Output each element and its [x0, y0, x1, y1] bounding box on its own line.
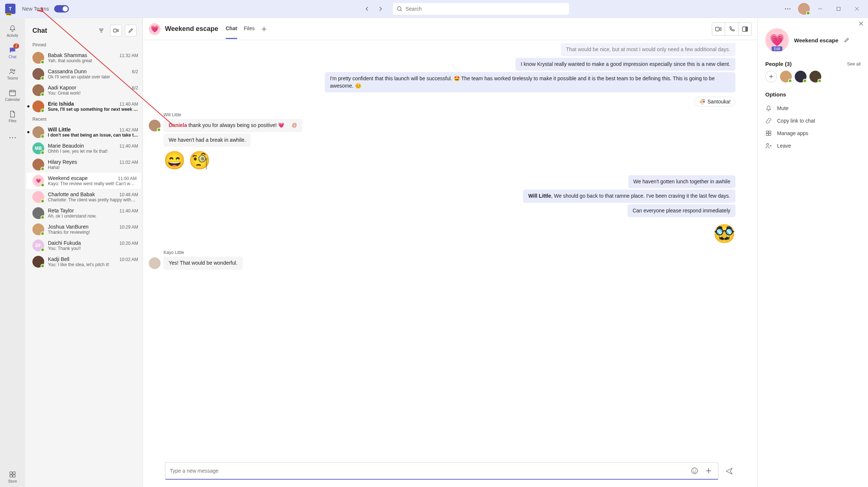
message-list[interactable]: That would be nice, but at most I would … [143, 40, 758, 458]
chat-list-title: Chat [32, 27, 92, 35]
chat-item-time: 10:48 AM [119, 192, 138, 197]
chat-item-preview: Ohhh I see, yes let me fix that! [48, 149, 138, 154]
participant-avatar[interactable] [795, 71, 806, 82]
message-bubble[interactable]: Yes! That would be wonderful. [164, 257, 243, 270]
message-bubble[interactable]: Daniela thank you for always being so po… [164, 119, 302, 132]
details-avatar[interactable]: 💗Edit [765, 28, 789, 52]
chat-list-item[interactable]: Charlotte and Babak10:48 AM Charlotte: T… [25, 189, 143, 205]
svg-point-9 [12, 137, 13, 138]
see-all-link[interactable]: See all [847, 61, 861, 67]
emoji-picker-button[interactable] [689, 466, 700, 476]
message-bubble[interactable]: We haven't gotten lunch together in awhi… [628, 175, 735, 188]
chat-item-name: Cassandra Dunn [48, 68, 87, 74]
chat-list-item[interactable]: Will Little11:42 AM I don't see that bei… [25, 124, 143, 140]
chat-list-item[interactable]: Aadi Kapoor6/2 You: Great work! [25, 82, 143, 98]
tab-files[interactable]: Files [244, 19, 255, 39]
app-logo: T [5, 4, 15, 14]
svg-rect-15 [113, 29, 117, 32]
option-copy-link[interactable]: Copy link to chat [765, 114, 861, 127]
details-chat-name: Weekend escape [794, 37, 839, 43]
rail-chat[interactable]: 2 Chat [2, 42, 23, 63]
chat-item-time: 11:02 AM [119, 160, 138, 165]
svg-point-3 [789, 8, 790, 10]
option-manage-apps[interactable]: Manage apps [765, 127, 861, 140]
disguise-emoji[interactable]: 🥸 [713, 224, 735, 243]
message-bubble[interactable]: Can everyone please respond immediately [628, 204, 735, 218]
conversation-title: Weekend escape [165, 25, 218, 33]
option-leave[interactable]: Leave [765, 140, 861, 152]
calendar-icon [8, 89, 17, 97]
compose-add-button[interactable] [703, 466, 714, 476]
bell-icon [765, 105, 772, 112]
svg-point-5 [11, 69, 13, 71]
rail-activity[interactable]: Activity [2, 21, 23, 41]
filter-button[interactable] [95, 25, 107, 36]
chat-list-item[interactable]: Reta Taylor11:40 AM Ah, ok I understand … [25, 205, 143, 221]
svg-point-8 [10, 137, 11, 138]
rail-files[interactable]: Files [2, 106, 23, 127]
tab-chat[interactable]: Chat [226, 19, 237, 39]
send-button[interactable] [723, 465, 735, 477]
reaction-emoji: 🍜 [699, 99, 705, 105]
new-teams-toggle[interactable] [54, 5, 69, 13]
chat-item-name: Aadi Kapoor [48, 85, 76, 91]
message-bubble[interactable]: I'm pretty confident that this launch wi… [325, 72, 735, 92]
message-bubble[interactable]: I know Krystal really wanted to make a g… [516, 58, 735, 71]
svg-rect-14 [13, 474, 15, 477]
nav-back-button[interactable] [361, 2, 374, 15]
search-input[interactable] [405, 6, 565, 12]
rail-more[interactable] [2, 127, 23, 148]
rail-store[interactable]: Store [2, 466, 23, 487]
edit-name-button[interactable] [844, 37, 850, 43]
rail-calendar[interactable]: Calendar [2, 85, 23, 105]
svg-rect-12 [13, 472, 15, 474]
close-details-button[interactable] [858, 21, 864, 26]
meet-now-button[interactable] [110, 25, 122, 36]
search-box[interactable] [393, 3, 569, 15]
svg-rect-13 [10, 474, 12, 477]
message-bubble[interactable]: Will Little, We should go back to that r… [523, 190, 735, 203]
people-heading: People (3) [765, 61, 792, 67]
message-input[interactable] [170, 468, 686, 474]
open-pane-button[interactable] [738, 22, 752, 36]
chat-list-item[interactable]: Cassandra Dunn6/2 Ok I'll send an update… [25, 66, 143, 82]
minimize-button[interactable] [812, 1, 828, 17]
chat-list-item[interactable]: Eric Ishida11:40 AM Sure, I'll set up so… [25, 98, 143, 114]
message-bubble[interactable]: We haven't had a break in awhile. [164, 134, 251, 147]
chat-list-item[interactable]: Hilary Reyes11:02 AM Haha! [25, 156, 143, 173]
participant-avatar[interactable] [809, 71, 821, 82]
chat-item-avatar [32, 100, 44, 112]
compose-box[interactable] [165, 462, 718, 480]
laugh-emoji[interactable]: 😄 [164, 150, 186, 171]
chat-list-item[interactable]: Kadji Bell10:02 AM You: I like the idea,… [25, 254, 143, 270]
chat-list-item[interactable]: 💗 Weekend escape11:00 AM Kayo: The revie… [27, 173, 141, 189]
nav-forward-button[interactable] [374, 2, 387, 15]
compose-area [143, 458, 758, 487]
add-tab-button[interactable] [259, 24, 269, 34]
apps-icon [765, 130, 772, 137]
option-mute[interactable]: Mute [765, 102, 861, 114]
video-call-button[interactable] [712, 22, 725, 36]
chat-item-avatar [32, 191, 44, 203]
chat-list-item[interactable]: Babak Shammas11:32 AM Yah, that sounds g… [25, 50, 143, 66]
new-teams-label: New Teams [22, 6, 49, 12]
chat-list-item[interactable]: MB Marie Beaudoin11:40 AM Ohhh I see, ye… [25, 140, 143, 156]
more-options-button[interactable] [780, 1, 796, 17]
message-bubble[interactable]: That would be nice, but at most I would … [561, 43, 735, 56]
add-people-button[interactable] [765, 71, 777, 82]
new-chat-button[interactable] [125, 25, 137, 36]
chat-item-name: Charlotte and Babak [48, 191, 95, 197]
chat-list-item[interactable]: DF Daichi Fukuda10:20 AM You: Thank you!… [25, 237, 143, 254]
chat-list-item[interactable]: Joshua VanBuren10:29 AM Thanks for revie… [25, 221, 143, 237]
close-button[interactable] [849, 1, 865, 17]
audio-call-button[interactable] [725, 22, 738, 36]
maximize-button[interactable] [830, 1, 847, 17]
monocle-emoji[interactable]: 🧐 [189, 150, 211, 171]
message-sender-label: Kayo Little [164, 250, 735, 255]
sender-avatar [149, 257, 161, 269]
reaction-pill[interactable]: 🍜Santouka! [694, 97, 735, 106]
chat-item-avatar: DF [32, 240, 44, 251]
rail-teams[interactable]: Teams [2, 63, 23, 84]
profile-avatar[interactable] [798, 3, 810, 15]
participant-avatar[interactable] [780, 71, 792, 82]
